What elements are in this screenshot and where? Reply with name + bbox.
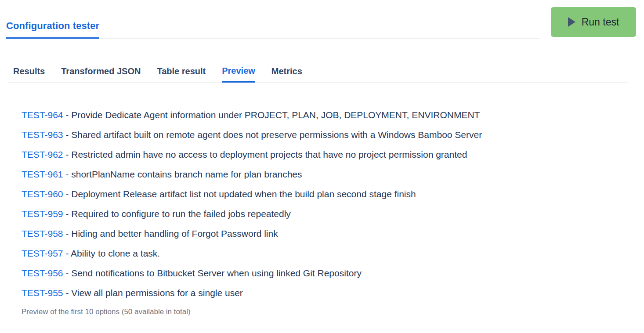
- issue-separator: -: [63, 248, 71, 258]
- issue-key-link[interactable]: TEST-957: [22, 248, 63, 258]
- preview-list: TEST-964 - Provide Dedicate Agent inform…: [22, 110, 635, 298]
- tab-preview[interactable]: Preview: [222, 66, 255, 83]
- preview-row: TEST-963 - Shared artifact built on remo…: [22, 130, 635, 140]
- run-test-label: Run test: [582, 16, 619, 28]
- issue-summary: Provide Dedicate Agent information under…: [71, 110, 480, 120]
- issue-separator: -: [63, 209, 72, 219]
- configuration-tester-link[interactable]: Configuration tester: [6, 20, 99, 39]
- header: Configuration tester Run test: [0, 0, 644, 39]
- issue-key-link[interactable]: TEST-960: [22, 189, 63, 199]
- issue-separator: -: [63, 110, 72, 120]
- preview-row: TEST-958 - Hiding and better handling of…: [22, 228, 635, 239]
- issue-summary: Shared artifact built on remote agent do…: [71, 130, 482, 140]
- issue-separator: -: [63, 189, 72, 199]
- preview-row: TEST-961 - shortPlanName contains branch…: [22, 169, 635, 180]
- issue-key-link[interactable]: TEST-959: [22, 209, 63, 219]
- play-icon: [568, 17, 575, 27]
- tab-transformed-json[interactable]: Transformed JSON: [61, 66, 141, 82]
- preview-row: TEST-956 - Send notifications to Bitbuck…: [22, 268, 635, 279]
- issue-separator: -: [63, 288, 72, 298]
- issue-summary: shortPlanName contains branch name for p…: [71, 169, 302, 179]
- issue-key-link[interactable]: TEST-964: [22, 110, 63, 120]
- issue-key-link[interactable]: TEST-958: [22, 228, 63, 239]
- header-divider: Configuration tester: [6, 0, 540, 39]
- preview-row: TEST-955 - View all plan permissions for…: [22, 288, 635, 298]
- issue-separator: -: [63, 149, 72, 159]
- issue-key-link[interactable]: TEST-961: [22, 169, 63, 179]
- issue-separator: -: [63, 228, 72, 239]
- configuration-tester-page: Configuration tester Run test ResultsTra…: [0, 0, 644, 316]
- run-test-button[interactable]: Run test: [551, 7, 636, 37]
- tab-results[interactable]: Results: [13, 66, 45, 82]
- issue-summary: Hiding and better handling of Forgot Pas…: [71, 228, 278, 239]
- preview-row: TEST-962 - Restricted admin have no acce…: [22, 149, 635, 160]
- issue-summary: Required to configure to run the failed …: [71, 209, 291, 219]
- tab-metrics[interactable]: Metrics: [271, 66, 302, 82]
- issue-summary: Send notifications to Bitbucket Server w…: [71, 268, 362, 278]
- preview-row: TEST-960 - Deployment Release artifact l…: [22, 189, 635, 199]
- issue-key-link[interactable]: TEST-962: [22, 149, 63, 159]
- issue-key-link[interactable]: TEST-955: [22, 288, 63, 298]
- issue-separator: -: [63, 169, 72, 179]
- tab-bar: ResultsTransformed JSONTable resultPrevi…: [8, 66, 628, 83]
- issue-separator: -: [63, 268, 72, 278]
- tab-table-result[interactable]: Table result: [157, 66, 206, 82]
- issue-key-link[interactable]: TEST-956: [22, 268, 63, 278]
- issue-key-link[interactable]: TEST-963: [22, 130, 63, 140]
- preview-footer-note: Preview of the first 10 options (50 avai…: [22, 308, 644, 316]
- preview-row: TEST-957 - Ability to clone a task.: [22, 248, 635, 259]
- preview-row: TEST-964 - Provide Dedicate Agent inform…: [22, 110, 635, 120]
- issue-summary: View all plan permissions for a single u…: [71, 288, 243, 298]
- issue-summary: Deployment Release artifact list not upd…: [71, 189, 416, 199]
- issue-summary: Ability to clone a task.: [71, 248, 160, 258]
- issue-summary: Restricted admin have no access to deplo…: [71, 149, 467, 159]
- issue-separator: -: [63, 130, 72, 140]
- preview-row: TEST-959 - Required to configure to run …: [22, 209, 635, 219]
